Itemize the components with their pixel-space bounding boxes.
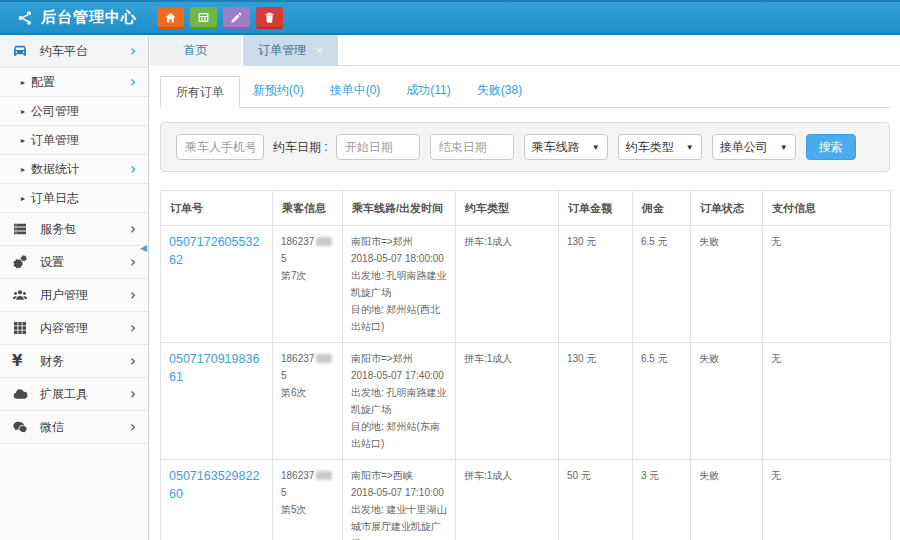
origin: 出发地: 孔明南路建业凯旋广场 [351, 384, 447, 418]
table-button[interactable] [190, 7, 217, 29]
end-date-input[interactable] [430, 134, 514, 160]
sidebar-item-label: 财务 [40, 353, 130, 370]
column-header: 订单状态 [691, 191, 763, 226]
passenger-phone-input[interactable] [176, 134, 264, 160]
passenger-phone-tail: 5 [281, 367, 334, 384]
sidebar-item-label: 数据统计 [31, 161, 130, 178]
share-network-logo-icon [17, 10, 33, 26]
cell-route: 南阳市=>郑州2018-05-07 17:40:00出发地: 孔明南路建业凯旋广… [343, 343, 456, 460]
origin: 出发地: 建业十里湖山城市展厅建业凯旋广场 [351, 501, 447, 540]
column-header: 乘车线路/出发时间 [343, 191, 456, 226]
route-line: 南阳市=>郑州 [351, 233, 447, 250]
sidebar-item-label: 配置 [31, 74, 130, 91]
caret-right-icon: ▸ [21, 136, 25, 145]
cell-passenger: 1862375第6次 [273, 343, 343, 460]
passenger-phone: 186237 [281, 233, 334, 250]
company-select[interactable]: 接单公司 ▼ [712, 134, 796, 160]
cell-payment: 无 [763, 226, 891, 343]
gears-icon [12, 254, 33, 270]
order-number-link[interactable]: 050717091983661 [169, 352, 259, 384]
sidebar-item[interactable]: ¥财务› [0, 345, 148, 378]
cell-status: 失败 [691, 343, 763, 460]
cell-ride-type: 拼车:1成人 [456, 343, 559, 460]
search-button[interactable]: 搜索 [806, 134, 856, 160]
caret-right-icon: ▸ [21, 78, 25, 87]
column-header: 约车类型 [456, 191, 559, 226]
destination: 目的地: 郑州站(东南出站口) [351, 418, 447, 452]
order-status-tab[interactable]: 所有订单 [160, 76, 240, 108]
sidebar-item[interactable]: 设置› [0, 246, 148, 279]
origin: 出发地: 孔明南路建业凯旋广场 [351, 267, 447, 301]
cell-amount: 130 元 [559, 343, 633, 460]
home-button[interactable] [157, 7, 184, 29]
start-date-input[interactable] [336, 134, 420, 160]
depart-time: 2018-05-07 18:00:00 [351, 250, 447, 267]
sidebar-item[interactable]: 约车平台› [0, 35, 148, 68]
tab-label: 首页 [184, 35, 208, 66]
table-row: 0507172605532621862375第7次南阳市=>郑州2018-05-… [161, 226, 891, 343]
sidebar-item-label: 公司管理 [31, 103, 136, 120]
table-icon [197, 11, 210, 24]
sidebar-item[interactable]: ▸配置› [0, 68, 148, 97]
tab-order-management[interactable]: 订单管理× [243, 35, 338, 66]
ride-count: 第7次 [281, 267, 334, 284]
order-number-link[interactable]: 050716352982260 [169, 469, 259, 501]
close-icon[interactable]: × [315, 44, 323, 57]
tab-bar: 首页订单管理× [150, 35, 900, 66]
chevron-right-icon: › [130, 322, 136, 334]
chevron-right-icon: › [130, 388, 136, 400]
sidebar-item[interactable]: 扩展工具› [0, 378, 148, 411]
wechat-icon [12, 419, 33, 435]
trash-button[interactable] [256, 7, 283, 29]
route-select[interactable]: 乘车线路 ▼ [524, 134, 608, 160]
dropdown-arrow-icon: ▼ [686, 143, 694, 152]
ride-count: 第5次 [281, 501, 334, 518]
sidebar-item[interactable]: 内容管理› [0, 312, 148, 345]
destination: 目的地: 郑州站(西北出站口) [351, 301, 447, 335]
cell-payment: 无 [763, 460, 891, 540]
order-status-tab[interactable]: 成功(11) [393, 75, 463, 107]
order-status-tab[interactable]: 新预约(0) [240, 75, 317, 107]
chevron-right-icon: › [130, 223, 136, 235]
chevron-right-icon: › [130, 76, 136, 88]
cell-order-no: 050717260553262 [161, 226, 273, 343]
sidebar: 约车平台›▸配置›▸公司管理▸订单管理▸数据统计›▸订单日志服务包›设置›用户管… [0, 35, 149, 540]
sidebar-collapse-icon[interactable]: ◀ [140, 243, 147, 253]
order-status-tab[interactable]: 失败(38) [464, 75, 535, 107]
tab-label: 订单管理 [258, 35, 306, 66]
pencil-button[interactable] [223, 7, 250, 29]
order-panel: 所有订单新预约(0)接单中(0)成功(11)失败(38) 约车日期 : 乘车线路… [150, 66, 900, 540]
order-status-tab[interactable]: 接单中(0) [317, 75, 394, 107]
tab-home[interactable]: 首页 [150, 35, 243, 66]
sidebar-item-label: 微信 [40, 419, 130, 436]
redacted-digits [316, 354, 332, 363]
passenger-phone: 186237 [281, 467, 334, 484]
sidebar-item[interactable]: ▸订单日志 [0, 184, 148, 213]
passenger-phone-tail: 5 [281, 250, 334, 267]
route-select-value: 乘车线路 [532, 139, 580, 156]
ride-type-select[interactable]: 约车类型 ▼ [618, 134, 702, 160]
route-line: 南阳市=>郑州 [351, 350, 447, 367]
passenger-phone: 186237 [281, 350, 334, 367]
orders-table: 订单号乘客信息乘车线路/出发时间约车类型订单金额佣金订单状态支付信息 05071… [160, 190, 891, 540]
depart-time: 2018-05-07 17:10:00 [351, 484, 447, 501]
sidebar-item[interactable]: 用户管理› [0, 279, 148, 312]
sidebar-item[interactable]: ▸订单管理 [0, 126, 148, 155]
sidebar-item-label: 设置 [40, 254, 130, 271]
column-header: 订单号 [161, 191, 273, 226]
cell-status: 失败 [691, 460, 763, 540]
table-row: 0507170919836611862375第6次南阳市=>郑州2018-05-… [161, 343, 891, 460]
sidebar-item[interactable]: 微信› [0, 411, 148, 444]
cell-payment: 无 [763, 343, 891, 460]
sidebar-item[interactable]: ▸数据统计› [0, 155, 148, 184]
cell-commission: 6.5 元 [633, 343, 691, 460]
sidebar-item[interactable]: ▸公司管理 [0, 97, 148, 126]
cell-order-no: 050716352982260 [161, 460, 273, 540]
grid-icon [12, 320, 33, 336]
ride-count: 第6次 [281, 384, 334, 401]
sidebar-item-label: 服务包 [40, 221, 130, 238]
order-number-link[interactable]: 050717260553262 [169, 235, 259, 267]
sidebar-item[interactable]: 服务包› [0, 213, 148, 246]
cell-ride-type: 拼车:1成人 [456, 460, 559, 540]
server-icon [12, 221, 33, 237]
